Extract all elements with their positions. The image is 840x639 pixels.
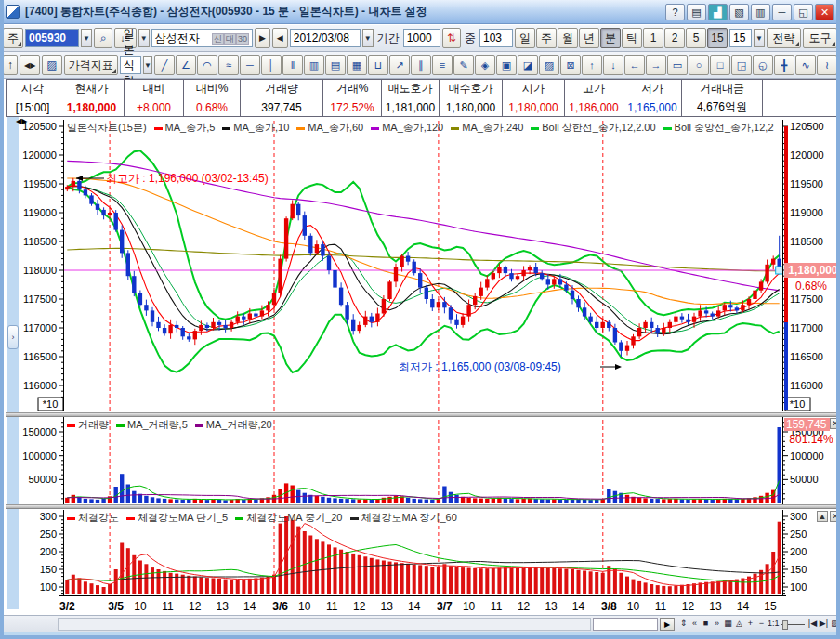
scroll-right-icon[interactable]: ▶ bbox=[660, 618, 675, 631]
stock-code-input[interactable] bbox=[25, 29, 79, 47]
trendline-icon[interactable]: ╱ bbox=[154, 55, 175, 75]
fit-width-icon[interactable]: ◀▶ bbox=[20, 55, 40, 75]
panel-splitter-1[interactable] bbox=[6, 412, 838, 417]
page-icon[interactable]: ▭ bbox=[667, 55, 688, 75]
go-start-icon[interactable]: |◀ bbox=[807, 618, 818, 631]
strength-panel-up-icon[interactable]: ▲ bbox=[817, 511, 828, 522]
period-button-월[interactable]: 월 bbox=[558, 28, 578, 48]
triple-line-icon[interactable]: ≡ bbox=[432, 55, 453, 75]
window-title: [7400] 통합차트(주식종합) - 삼성전자(005930 - 15 분 -… bbox=[25, 4, 665, 20]
fast-left-icon[interactable]: « bbox=[689, 618, 700, 631]
chart-type-select[interactable]: 일본식 차트 bbox=[120, 56, 141, 74]
period-button-년[interactable]: 년 bbox=[579, 28, 599, 48]
alert-icon[interactable]: ◬ bbox=[734, 618, 744, 631]
period-button-일[interactable]: 일 bbox=[515, 28, 535, 48]
strength-panel-close-icon[interactable]: ✕ bbox=[830, 511, 840, 522]
sort-dropdown-icon[interactable]: ▼ bbox=[138, 29, 150, 47]
x-axis-label: 11 bbox=[491, 600, 503, 613]
edit-sheet-icon[interactable]: ▨ bbox=[539, 55, 559, 75]
zoom-out-icon[interactable]: − bbox=[756, 618, 767, 631]
zoom-in-icon[interactable]: + bbox=[745, 618, 755, 631]
code-dropdown-icon[interactable]: ▼ bbox=[81, 29, 92, 47]
chart-type-dropdown-icon[interactable]: ▼ bbox=[143, 56, 152, 74]
arrow-up-icon[interactable]: ↑ bbox=[582, 55, 602, 75]
palette-icon[interactable]: ▣ bbox=[496, 55, 517, 75]
next-stock-button[interactable]: ▶ bbox=[255, 28, 270, 48]
stock-type-button[interactable]: 주 bbox=[3, 28, 23, 48]
wave1-icon[interactable]: ∿ bbox=[795, 55, 816, 75]
link-button[interactable]: ▧ bbox=[729, 4, 749, 20]
point-line-icon[interactable]: ↗ bbox=[389, 55, 410, 75]
period-button-1[interactable]: 1 bbox=[643, 28, 663, 48]
date-dropdown-icon[interactable]: ▼ bbox=[362, 29, 374, 47]
fast-right-icon[interactable]: » bbox=[712, 618, 722, 631]
data-grid-icon[interactable]: ▦ bbox=[723, 618, 733, 631]
minimize-button[interactable]: ─ bbox=[772, 4, 792, 20]
vline-icon[interactable]: │ bbox=[261, 55, 282, 75]
rect-icon[interactable]: □ bbox=[710, 55, 730, 75]
interval-input[interactable] bbox=[729, 29, 752, 47]
one-to-one-icon[interactable]: 1:1 bbox=[768, 618, 778, 631]
chart-scrollbar-thumb[interactable] bbox=[593, 618, 658, 631]
prev-stock-button[interactable]: ◀ bbox=[272, 28, 288, 48]
count-input[interactable] bbox=[479, 29, 513, 47]
quote-value: 1,186,000 bbox=[565, 98, 623, 116]
dense-vlines-icon[interactable]: ▥ bbox=[304, 55, 324, 75]
channel-icon[interactable]: ⊔ bbox=[368, 55, 388, 75]
circle-icon[interactable]: ○ bbox=[689, 55, 709, 75]
stop-icon[interactable]: ■ bbox=[701, 618, 711, 631]
delete-box-icon[interactable]: ⊠ bbox=[560, 55, 581, 75]
side-panel-toggle[interactable]: › bbox=[7, 325, 19, 349]
svg-text:116500: 116500 bbox=[23, 351, 57, 362]
help-button[interactable]: ? bbox=[665, 4, 685, 20]
parallel-icon[interactable]: ∥ bbox=[411, 55, 431, 75]
copy-button[interactable]: ▤ bbox=[687, 4, 706, 20]
pencil-icon[interactable]: ✎ bbox=[453, 55, 474, 75]
arc-icon[interactable]: ◠ bbox=[197, 55, 217, 75]
zoom-bars-icon[interactable]: ◵ bbox=[753, 55, 773, 75]
interval-dropdown-icon[interactable]: ▼ bbox=[754, 29, 765, 47]
legend-item: MA_종가,240 bbox=[451, 121, 523, 135]
edit-icon[interactable]: ▨ bbox=[830, 618, 840, 631]
close-button[interactable]: ✕ bbox=[815, 4, 834, 20]
period-button-주[interactable]: 주 bbox=[536, 28, 557, 48]
hline-icon[interactable]: ─ bbox=[240, 55, 260, 75]
tools-button[interactable]: 도구 bbox=[803, 28, 837, 48]
crosshair-icon[interactable]: ╋ bbox=[774, 55, 794, 75]
price-indicator-button[interactable]: 가격지표 bbox=[64, 55, 118, 75]
eraser-icon[interactable]: ◪ bbox=[518, 55, 538, 75]
memo-button[interactable]: ▥ bbox=[751, 4, 770, 20]
period-button-분[interactable]: 분 bbox=[600, 28, 621, 48]
arrow-down-icon[interactable]: ↓ bbox=[603, 55, 623, 75]
grid-box-icon[interactable]: ▦ bbox=[347, 55, 367, 75]
zoom-slider[interactable] bbox=[779, 618, 807, 631]
panel-splitter-2[interactable] bbox=[6, 504, 838, 509]
zoom-area-icon[interactable]: ◲ bbox=[731, 55, 752, 75]
updown-count-icon[interactable]: ⇅ bbox=[442, 28, 461, 48]
hlines-box-icon[interactable]: ▤ bbox=[325, 55, 346, 75]
wave2-icon[interactable]: ≀ bbox=[817, 55, 837, 75]
fan-icon[interactable]: ≈ bbox=[218, 55, 239, 75]
restore-button[interactable]: ◱ bbox=[794, 4, 813, 20]
memo-icon[interactable]: ▨ bbox=[42, 55, 61, 75]
volume-panel-close-icon[interactable]: ✕ bbox=[830, 418, 840, 429]
arrow-left-icon[interactable]: ← bbox=[624, 55, 645, 75]
period-button-5[interactable]: 5 bbox=[686, 28, 706, 48]
chart-scrollbar-track[interactable] bbox=[58, 618, 591, 631]
vlines-icon[interactable]: ‖ bbox=[282, 55, 303, 75]
go-end-icon[interactable]: ▶| bbox=[819, 618, 829, 631]
period-button-2[interactable]: 2 bbox=[664, 28, 685, 48]
period-button-틱[interactable]: 틱 bbox=[622, 28, 642, 48]
stock-name-field[interactable]: 삼성전자 신대30 bbox=[151, 29, 253, 47]
arrow-right-icon[interactable]: → bbox=[646, 55, 666, 75]
period-input[interactable] bbox=[403, 29, 440, 47]
search-icon[interactable]: ⌕ bbox=[94, 28, 112, 48]
pin-button[interactable]: ▟ bbox=[708, 4, 728, 20]
angle-icon[interactable]: ∠ bbox=[176, 55, 196, 75]
period-button-15[interactable]: 15 bbox=[707, 28, 728, 48]
auto-arrange-icon[interactable]: ⇕ bbox=[678, 618, 689, 631]
tool-settings-icon[interactable]: ◈ bbox=[475, 55, 495, 75]
scale-up-icon[interactable]: ↑ bbox=[3, 55, 18, 75]
date-input[interactable] bbox=[290, 29, 361, 47]
strategy-button[interactable]: 전략 bbox=[767, 28, 801, 48]
